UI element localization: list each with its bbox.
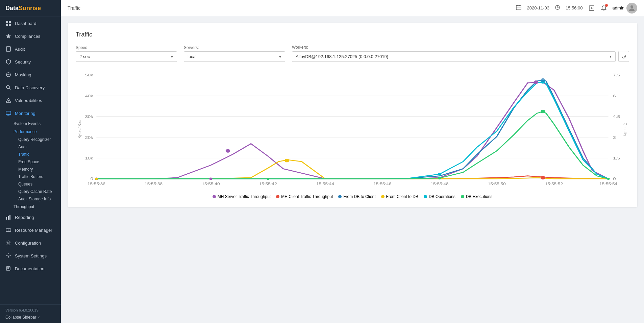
svg-point-80 (438, 177, 442, 179)
dashboard-label: Dashboard (15, 21, 36, 26)
sidebar-item-performance[interactable]: Performance (9, 128, 61, 136)
sidebar-item-query-cache-rate[interactable]: Query Cache Rate (14, 188, 61, 195)
servers-select[interactable]: local remote (184, 51, 285, 62)
sidebar-item-audit[interactable]: Audit (0, 43, 61, 55)
config-icon (5, 240, 11, 246)
sidebar-item-monitoring[interactable]: Monitoring (0, 107, 61, 120)
svg-point-75 (541, 78, 545, 82)
svg-point-76 (541, 176, 545, 180)
svg-point-15 (8, 101, 9, 102)
workers-select-wrapper: AlloyDB@192.168.1.125:27025 (0.0.0.0:270… (292, 51, 616, 62)
sidebar-footer: Version 6.4.0.28019 Collapse Sidebar ‹ (0, 304, 61, 323)
speed-select[interactable]: 2 sec 1 sec 5 sec 10 sec 30 sec (76, 51, 177, 62)
book-icon (5, 266, 11, 272)
speed-select-wrapper: 2 sec 1 sec 5 sec 10 sec 30 sec ▼ (76, 51, 177, 62)
chevron-left-icon: ‹ (38, 315, 40, 320)
refresh-button[interactable] (618, 51, 629, 62)
sidebar-item-compliances[interactable]: Compliances (0, 30, 61, 43)
sidebar-item-documentation[interactable]: Documentation (0, 262, 61, 275)
warning-icon (5, 97, 11, 103)
collapse-sidebar-button[interactable]: Collapse Sidebar ‹ (5, 315, 55, 320)
sidebar-item-resource-manager[interactable]: Resource Manager (0, 224, 61, 237)
svg-point-77 (541, 110, 545, 114)
svg-point-27 (8, 255, 9, 256)
sidebar-item-query-recognizer[interactable]: Query Recognizer (14, 136, 61, 143)
svg-point-85 (95, 178, 98, 180)
bell-icon[interactable] (600, 5, 607, 11)
legend-mh-server: MH Server Traffic Throughput (213, 194, 271, 199)
user-menu[interactable]: admin (613, 3, 637, 14)
servers-label: Servers: (184, 45, 285, 50)
chart-icon (5, 214, 11, 220)
svg-text:15:55:52: 15:55:52 (545, 182, 563, 186)
sidebar-item-traffic-buffers[interactable]: Traffic Buffers (14, 173, 61, 180)
collapse-label: Collapse Sidebar (5, 315, 36, 320)
doc-icon (5, 46, 11, 52)
sidebar-item-masking[interactable]: Masking (0, 68, 61, 81)
svg-point-26 (8, 242, 9, 244)
sidebar-item-vulnerabilities[interactable]: Vulnerabilities (0, 94, 61, 107)
version-text: Version 6.4.0.28019 (5, 308, 55, 312)
mask-icon (5, 72, 11, 78)
svg-point-86 (607, 178, 610, 180)
monitoring-label: Monitoring (15, 111, 35, 116)
topbar: Traffic 2020-11-03 15:56:00 admin (61, 0, 644, 16)
traffic-card: Traffic Speed: 2 sec 1 sec 5 sec 10 sec … (68, 23, 637, 207)
sidebar-item-security[interactable]: Security (0, 55, 61, 68)
svg-point-72 (226, 149, 230, 153)
svg-text:50k: 50k (85, 73, 94, 77)
search-icon (5, 84, 11, 91)
svg-text:4.5: 4.5 (613, 115, 620, 119)
sidebar-item-memory[interactable]: Memory (14, 166, 61, 173)
svg-text:15:55:54: 15:55:54 (599, 182, 617, 186)
servers-select-wrapper: local remote ▼ (184, 51, 285, 62)
svg-rect-1 (9, 21, 11, 23)
svg-rect-3 (9, 24, 11, 26)
sidebar-item-data-discovery[interactable]: Data Discovery (0, 81, 61, 94)
svg-point-79 (438, 173, 442, 175)
performance-subnav: Query Recognizer Audit Traffic Free Spac… (9, 136, 61, 203)
legend-from-db: From DB to Client (338, 194, 375, 199)
grid-icon (5, 20, 11, 26)
sidebar-item-free-space[interactable]: Free Space (14, 158, 61, 166)
sidebar-item-system-settings[interactable]: System Settings (0, 249, 61, 262)
legend-dot-db-exec (461, 195, 464, 198)
download-icon[interactable] (588, 5, 595, 11)
sidebar-item-audit-sub[interactable]: Audit (14, 143, 61, 151)
star-icon (5, 33, 11, 39)
svg-text:1.5: 1.5 (613, 156, 620, 160)
sidebar-item-system-events[interactable]: System Events (9, 120, 61, 128)
svg-text:3: 3 (613, 135, 616, 140)
svg-point-73 (284, 159, 289, 163)
svg-text:15:55:42: 15:55:42 (259, 182, 277, 186)
content-area: Traffic Speed: 2 sec 1 sec 5 sec 10 sec … (61, 16, 644, 323)
svg-point-84 (267, 178, 269, 180)
svg-text:Quantity: Quantity (622, 123, 628, 136)
workers-control-group: Workers: AlloyDB@192.168.1.125:27025 (0.… (292, 45, 629, 62)
sidebar-item-queues[interactable]: Queues (14, 180, 61, 188)
logo-sunrise: Sunrise (19, 5, 41, 11)
sidebar-item-dashboard[interactable]: Dashboard (0, 17, 61, 30)
sidebar-item-throughput[interactable]: Throughput (9, 203, 61, 211)
topbar-right: 2020-11-03 15:56:00 admin (516, 3, 637, 14)
sidebar-item-configuration[interactable]: Configuration (0, 237, 61, 249)
sidebar-item-audit-storage-info[interactable]: Audit Storage Info (14, 195, 61, 203)
svg-rect-2 (6, 24, 8, 26)
svg-point-11 (6, 85, 9, 89)
workers-row: AlloyDB@192.168.1.125:27025 (0.0.0.0:270… (292, 51, 629, 62)
shield-icon (5, 59, 11, 65)
sidebar-item-traffic[interactable]: Traffic (14, 151, 61, 158)
servers-control-group: Servers: local remote ▼ (184, 45, 285, 62)
svg-text:15:55:46: 15:55:46 (373, 182, 391, 186)
sidebar-item-reporting[interactable]: Reporting (0, 211, 61, 224)
svg-rect-16 (6, 111, 11, 115)
sidebar-logo: DataSunrise (0, 0, 61, 17)
svg-rect-21 (9, 215, 10, 220)
topbar-time: 15:56:00 (566, 5, 583, 10)
resource-manager-label: Resource Manager (15, 228, 52, 233)
avatar (626, 3, 637, 14)
speed-control-group: Speed: 2 sec 1 sec 5 sec 10 sec 30 sec ▼ (76, 45, 177, 62)
topbar-datetime: 2020-11-03 15:56:00 (516, 5, 583, 11)
svg-rect-20 (8, 216, 9, 220)
workers-select[interactable]: AlloyDB@192.168.1.125:27025 (0.0.0.0:270… (292, 51, 616, 62)
